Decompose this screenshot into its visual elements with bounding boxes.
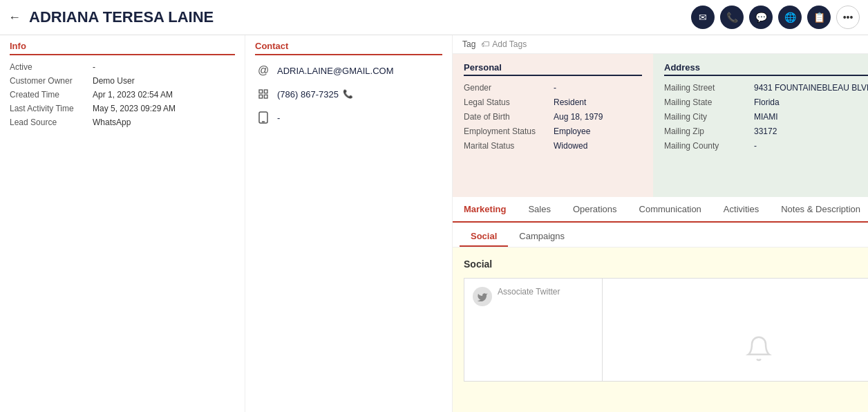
- gender-row: Gender -: [464, 83, 642, 93]
- gender-label: Gender: [464, 83, 554, 93]
- twitter-left-section: Associate Twitter: [464, 279, 603, 381]
- city-value: MIAMI: [754, 112, 778, 122]
- email-icon: @: [255, 62, 272, 79]
- tab-sales[interactable]: Sales: [517, 197, 562, 221]
- state-value: Florida: [754, 97, 780, 107]
- twitter-feed-area: ▲ ▼: [603, 279, 868, 381]
- county-value: -: [754, 141, 757, 151]
- phone-action-button[interactable]: 📞: [720, 6, 744, 29]
- back-button[interactable]: ←: [8, 10, 21, 25]
- dob-row: Date of Birth Aug 18, 1979: [464, 112, 642, 122]
- phone-value[interactable]: (786) 867-7325: [277, 89, 339, 100]
- legal-status-label: Legal Status: [464, 97, 554, 107]
- mobile-value: -: [277, 113, 280, 123]
- right-panel: Tag 🏷 Add Tags Personal Gender - Legal S…: [453, 35, 868, 412]
- status-label: Active: [10, 62, 93, 72]
- created-time-value: Apr 1, 2023 02:54 AM: [93, 90, 173, 100]
- customer-owner-row: Customer Owner Demo User: [10, 76, 235, 86]
- tab-activities[interactable]: Activities: [713, 197, 770, 221]
- state-label: Mailing State: [664, 97, 754, 107]
- social-inner: Associate Twitter ▲ ▼: [464, 278, 868, 382]
- last-activity-row: Last Activity Time May 5, 2023 09:29 AM: [10, 104, 235, 113]
- mobile-icon: [255, 109, 272, 126]
- address-title: Address: [664, 62, 868, 76]
- social-content-area: Social Associate Twitter ▲ ▼: [453, 247, 868, 413]
- notification-icon: [745, 335, 773, 367]
- marital-row: Marital Status Widowed: [464, 141, 642, 151]
- social-title: Social: [464, 259, 868, 270]
- document-action-button[interactable]: 📋: [807, 6, 831, 29]
- twitter-icon: [473, 287, 492, 306]
- tab-marketing[interactable]: Marketing: [453, 197, 517, 223]
- add-tags-label: Add Tags: [492, 39, 527, 49]
- city-label: Mailing City: [664, 112, 754, 122]
- svg-rect-3: [264, 95, 267, 98]
- tab-operations[interactable]: Operations: [562, 197, 628, 221]
- gender-value: -: [554, 83, 556, 93]
- add-tags-button[interactable]: 🏷 Add Tags: [481, 39, 527, 49]
- zip-value: 33172: [754, 127, 777, 136]
- employment-label: Employment Status: [464, 127, 554, 136]
- dob-value: Aug 18, 1979: [554, 112, 603, 122]
- lead-source-label: Lead Source: [10, 118, 93, 127]
- city-row: Mailing City MIAMI: [664, 112, 868, 122]
- employment-value: Employee: [554, 127, 590, 136]
- marital-value: Widowed: [554, 141, 587, 151]
- customer-owner-label: Customer Owner: [10, 76, 93, 86]
- tag-label: Tag: [462, 39, 475, 49]
- status-row: Active -: [10, 62, 235, 72]
- sub-tab-social[interactable]: Social: [460, 227, 508, 247]
- info-tab[interactable]: Info: [10, 41, 26, 55]
- zip-row: Mailing Zip 33172: [664, 127, 868, 136]
- svg-rect-0: [259, 90, 263, 93]
- phone-contact-item: (786) 867-7325 📞: [255, 86, 442, 102]
- globe-action-button[interactable]: 🌐: [778, 6, 802, 29]
- sub-tab-campaigns[interactable]: Campaigns: [508, 227, 576, 247]
- email-value[interactable]: ADRIA.LAINE@GMAIL.COM: [277, 66, 394, 76]
- mobile-contact-item: -: [255, 109, 442, 126]
- contact-title: Contact: [255, 41, 442, 55]
- top-bar: ← ADRIANA TERESA LAINE ✉ 📞 💬 🌐 📋 •••: [0, 0, 868, 35]
- tag-icon: 🏷: [481, 39, 489, 49]
- email-contact-item: @ ADRIA.LAINE@GMAIL.COM: [255, 62, 442, 79]
- status-value: -: [93, 62, 95, 72]
- created-time-label: Created Time: [10, 90, 93, 100]
- street-row: Mailing Street 9431 FOUNTAINEBLEAU BLVD …: [664, 83, 868, 93]
- tab-communication[interactable]: Communication: [628, 197, 713, 221]
- svg-rect-1: [264, 90, 267, 93]
- email-action-button[interactable]: ✉: [691, 6, 715, 29]
- personal-panel: Personal Gender - Legal Status Resident …: [453, 54, 653, 197]
- employment-row: Employment Status Employee: [464, 127, 642, 136]
- state-row: Mailing State Florida: [664, 97, 868, 107]
- contact-name: ADRIANA TERESA LAINE: [29, 8, 691, 26]
- address-panel: Address Mailing Street 9431 FOUNTAINEBLE…: [653, 54, 868, 197]
- dob-label: Date of Birth: [464, 112, 554, 122]
- legal-status-value: Resident: [554, 97, 586, 107]
- marital-label: Marital Status: [464, 141, 554, 151]
- personal-title: Personal: [464, 62, 642, 76]
- street-label: Mailing Street: [664, 83, 754, 93]
- svg-rect-2: [259, 95, 263, 98]
- action-icons: ✉ 📞 💬 🌐 📋 •••: [691, 6, 860, 29]
- info-cards-row: Personal Gender - Legal Status Resident …: [453, 54, 868, 197]
- last-activity-label: Last Activity Time: [10, 104, 93, 113]
- county-row: Mailing County -: [664, 141, 868, 151]
- street-value: 9431 FOUNTAINEBLEAU BLVD APT 102: [754, 83, 868, 93]
- county-label: Mailing County: [664, 141, 754, 151]
- sub-tabs: Social Campaigns: [453, 223, 868, 247]
- customer-owner-value: Demo User: [93, 76, 135, 86]
- created-time-row: Created Time Apr 1, 2023 02:54 AM: [10, 90, 235, 100]
- info-panel: Info Active - Customer Owner Demo User C…: [0, 35, 245, 412]
- more-action-button[interactable]: •••: [836, 6, 860, 29]
- phone-call-icon: 📞: [343, 89, 353, 99]
- zip-label: Mailing Zip: [664, 127, 754, 136]
- main-tabs: Marketing Sales Operations Communication…: [453, 197, 868, 223]
- tablet-action-button[interactable]: 💬: [749, 6, 773, 29]
- tab-notes[interactable]: Notes & Description: [770, 197, 868, 221]
- twitter-label: Associate Twitter: [498, 287, 560, 297]
- phone-icon: [255, 86, 272, 102]
- legal-status-row: Legal Status Resident: [464, 97, 642, 107]
- lead-source-row: Lead Source WhatsApp: [10, 118, 235, 127]
- last-activity-value: May 5, 2023 09:29 AM: [93, 104, 176, 113]
- contact-panel: Contact @ ADRIA.LAINE@GMAIL.COM (786) 86…: [245, 35, 453, 412]
